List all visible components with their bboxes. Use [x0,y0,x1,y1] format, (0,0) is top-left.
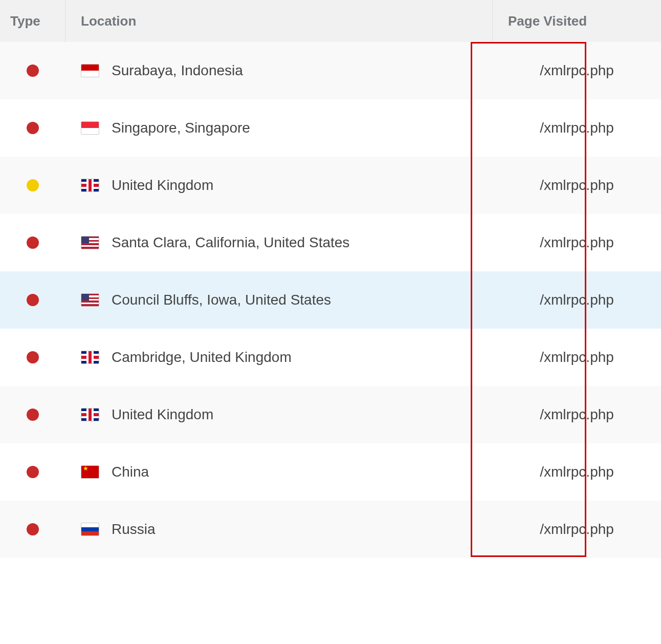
table-row[interactable]: United Kingdom /xmlrpc.php [0,157,661,214]
table-row[interactable]: Council Bluffs, Iowa, United States /xml… [0,271,661,329]
cell-type [0,523,65,535]
status-dot-icon [27,523,39,535]
status-dot-icon [27,65,39,77]
location-text: Singapore, Singapore [112,120,250,136]
country-flag-icon [81,351,99,364]
location-text: United Kingdom [112,177,213,194]
page-visited-text: /xmlrpc.php [540,177,614,194]
cell-type [0,351,65,363]
location-text: Santa Clara, California, United States [112,234,349,251]
cell-page-visited: /xmlrpc.php [493,177,661,194]
traffic-table: Type Location Page Visited Surabaya, Ind… [0,0,661,558]
header-location[interactable]: Location [65,0,493,42]
location-text: Surabaya, Indonesia [112,62,243,79]
table-row[interactable]: Santa Clara, California, United States /… [0,214,661,271]
page-visited-text: /xmlrpc.php [540,349,614,366]
table-row[interactable]: Surabaya, Indonesia /xmlrpc.php [0,42,661,99]
cell-type [0,122,65,134]
page-visited-text: /xmlrpc.php [540,521,614,538]
country-flag-icon [81,64,99,77]
status-dot-icon [27,179,39,191]
cell-page-visited: /xmlrpc.php [493,292,661,308]
header-type[interactable]: Type [0,0,65,42]
table-row[interactable]: China /xmlrpc.php [0,443,661,501]
cell-page-visited: /xmlrpc.php [493,521,661,538]
cell-location: China [65,464,493,480]
cell-location: Council Bluffs, Iowa, United States [65,292,493,308]
cell-type [0,294,65,306]
table-row[interactable]: Cambridge, United Kingdom /xmlrpc.php [0,329,661,386]
table-row[interactable]: Russia /xmlrpc.php [0,501,661,558]
location-text: Council Bluffs, Iowa, United States [112,292,331,308]
location-text: China [112,464,149,480]
country-flag-icon [81,408,99,421]
table-header-row: Type Location Page Visited [0,0,661,42]
cell-type [0,409,65,421]
cell-page-visited: /xmlrpc.php [493,62,661,79]
country-flag-icon [81,121,99,135]
location-text: United Kingdom [112,406,213,423]
cell-page-visited: /xmlrpc.php [493,464,661,480]
country-flag-icon [81,523,99,536]
cell-page-visited: /xmlrpc.php [493,349,661,366]
table-row[interactable]: Singapore, Singapore /xmlrpc.php [0,99,661,157]
status-dot-icon [27,294,39,306]
country-flag-icon [81,236,99,249]
cell-type [0,466,65,478]
cell-type [0,65,65,77]
cell-location: United Kingdom [65,406,493,423]
page-visited-text: /xmlrpc.php [540,120,614,136]
cell-location: Russia [65,521,493,538]
status-dot-icon [27,466,39,478]
location-text: Russia [112,521,156,538]
cell-type [0,237,65,249]
cell-location: United Kingdom [65,177,493,194]
cell-location: Singapore, Singapore [65,120,493,136]
country-flag-icon [81,465,99,479]
cell-page-visited: /xmlrpc.php [493,234,661,251]
cell-page-visited: /xmlrpc.php [493,120,661,136]
cell-type [0,179,65,191]
country-flag-icon [81,179,99,192]
status-dot-icon [27,351,39,363]
page-visited-text: /xmlrpc.php [540,62,614,79]
header-page-visited[interactable]: Page Visited [493,13,661,29]
status-dot-icon [27,122,39,134]
country-flag-icon [81,293,99,307]
cell-location: Surabaya, Indonesia [65,62,493,79]
status-dot-icon [27,237,39,249]
cell-location: Cambridge, United Kingdom [65,349,493,366]
page-visited-text: /xmlrpc.php [540,234,614,251]
location-text: Cambridge, United Kingdom [112,349,292,366]
page-visited-text: /xmlrpc.php [540,292,614,308]
cell-location: Santa Clara, California, United States [65,234,493,251]
page-visited-text: /xmlrpc.php [540,464,614,480]
cell-page-visited: /xmlrpc.php [493,406,661,423]
table-row[interactable]: United Kingdom /xmlrpc.php [0,386,661,443]
status-dot-icon [27,409,39,421]
page-visited-text: /xmlrpc.php [540,406,614,423]
